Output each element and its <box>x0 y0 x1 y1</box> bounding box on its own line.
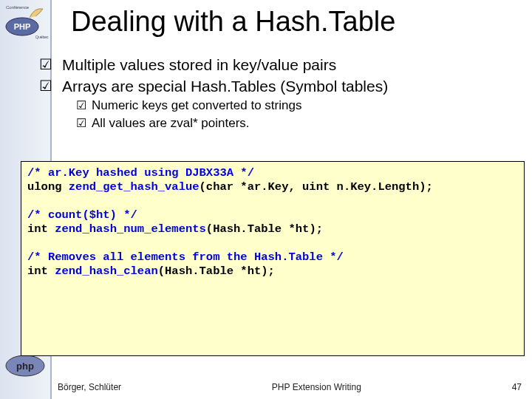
svg-text:php: php <box>16 361 34 372</box>
sub-bullet-item: ☑ All values are zval* pointers. <box>71 115 520 132</box>
bullet-list: ☑ Multiple values stored in key/value pa… <box>30 55 520 133</box>
code-comment: /* count($ht) */ <box>27 208 137 222</box>
bullet-item: ☑ Multiple values stored in key/value pa… <box>30 55 520 75</box>
checkbox-icon: ☑ <box>30 55 62 74</box>
bullet-item: ☑ Arrays are special Hash.Tables (Symbol… <box>30 76 520 96</box>
bullet-text: Multiple values stored in key/value pair… <box>62 55 336 75</box>
slide: PHP Conférence Québec php Dealing with a… <box>0 0 532 399</box>
code-line: int zend_hash_clean(Hash.Table *ht); <box>27 265 275 278</box>
code-line: int zend_hash_num_elements(Hash.Table *h… <box>27 222 323 236</box>
conference-php-logo: PHP Conférence Québec <box>3 1 50 40</box>
checkbox-icon: ☑ <box>71 98 92 114</box>
code-comment: /* Removes all elements from the Hash.Ta… <box>27 250 344 264</box>
checkbox-icon: ☑ <box>30 76 62 95</box>
svg-text:Conférence: Conférence <box>6 5 30 10</box>
bullet-text: Arrays are special Hash.Tables (Symbol t… <box>62 76 388 96</box>
code-block: /* ar.Key hashed using DJBX33A */ ulong … <box>21 161 525 356</box>
slide-title: Dealing with a Hash.Table <box>71 6 395 38</box>
footer-authors: Börger, Schlüter <box>58 382 121 392</box>
svg-text:PHP: PHP <box>14 22 31 31</box>
bullet-text: Numeric keys get converted to strings <box>92 98 301 114</box>
code-line: ulong zend_get_hash_value(char *ar.Key, … <box>27 180 433 194</box>
footer-page-number: 47 <box>512 382 522 392</box>
bullet-text: All values are zval* pointers. <box>92 115 250 132</box>
footer: Börger, Schlüter PHP Extension Writing 4… <box>58 380 522 395</box>
php-logo-icon: php <box>4 353 46 378</box>
svg-text:Québec: Québec <box>35 35 49 39</box>
footer-title: PHP Extension Writing <box>121 382 512 392</box>
checkbox-icon: ☑ <box>71 115 92 132</box>
sub-bullet-item: ☑ Numeric keys get converted to strings <box>71 98 520 114</box>
code-comment: /* ar.Key hashed using DJBX33A */ <box>27 166 254 180</box>
